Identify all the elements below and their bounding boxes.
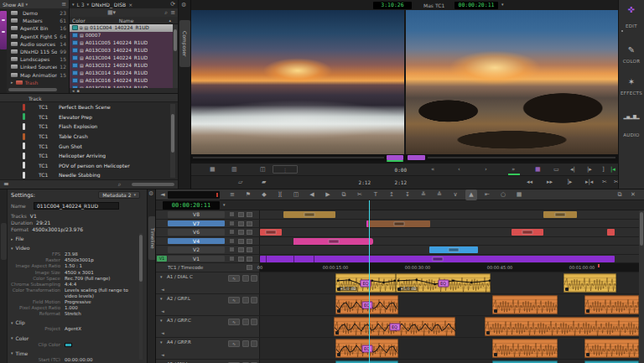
track-name[interactable]: A1 / DIAL C (167, 274, 193, 279)
roller-left-icon[interactable]: ◀ (306, 189, 318, 200)
track-lane[interactable]: EQ (260, 316, 639, 337)
close-icon[interactable]: × (128, 2, 132, 8)
waveform-button[interactable]: ∿ (228, 297, 240, 303)
sort-icon[interactable]: ▴ (169, 18, 171, 23)
audio-clip[interactable]: EQ (335, 339, 398, 358)
bin-item[interactable]: AgentX Fight Scene64 (8, 33, 69, 40)
audio-clip[interactable] (485, 317, 639, 336)
back-icon[interactable]: ‹ (458, 163, 460, 176)
track-name[interactable]: V4 (168, 238, 225, 245)
bin-item[interactable]: Map Animations15 (8, 71, 69, 79)
markers-hscrollbar[interactable] (132, 183, 174, 186)
track-name[interactable]: A2 / GRP.L (167, 296, 190, 301)
eq-effect-badge[interactable]: EQ (438, 279, 449, 287)
clip-color-swatch[interactable] (72, 70, 78, 75)
metadata-preset-dropdown[interactable]: Metadata 2 ▾ (98, 191, 140, 199)
record-monitor-image[interactable] (406, 10, 618, 154)
track-lane[interactable] (260, 210, 639, 219)
audio-track-button[interactable] (242, 319, 249, 325)
audio-track-button[interactable] (242, 297, 249, 303)
pen-icon[interactable]: ✎ (619, 45, 644, 54)
settings-vscrollbar[interactable] (139, 233, 143, 360)
expander-icon[interactable]: ▾ (11, 246, 13, 251)
record-icon[interactable]: ○ (497, 189, 509, 200)
bin-item-trash[interactable]: ▸Trash (8, 79, 69, 86)
rew-icon[interactable]: « (431, 163, 434, 176)
track-header-v6[interactable]: V6 (156, 228, 260, 236)
stepin-icon[interactable]: ⇤ (481, 189, 493, 200)
track-header-a3[interactable]: ▾A3 / GRP.C◄∿ (156, 316, 260, 337)
patch-button[interactable] (230, 257, 234, 261)
monitor-button[interactable] (247, 230, 252, 235)
track-name[interactable]: A4 / GRP.R (167, 340, 191, 345)
outplus-icon[interactable]: ]▸ (567, 176, 572, 189)
quad-icon[interactable]: ▦ (535, 163, 541, 176)
dual-icon[interactable]: ◫ (290, 189, 302, 200)
clip-color-swatch[interactable] (72, 33, 78, 38)
link-icon[interactable]: ⧉ (338, 189, 350, 200)
marker-row[interactable]: TC1Perfect Beach Scene (0, 102, 169, 112)
bin-vscrollbar[interactable] (173, 24, 178, 88)
wand-icon[interactable]: ✶ (619, 77, 644, 86)
marker-row[interactable]: TC1Helicopter Arriving (0, 151, 169, 161)
trim-icon[interactable]: ][ (274, 189, 286, 200)
clip-row[interactable]: ▤A013C003_140224_R1UD (70, 47, 174, 54)
track-name[interactable]: V8 (168, 211, 225, 218)
settings-side-tab[interactable] (1, 223, 7, 260)
chevron-down-icon[interactable]: ▾ (223, 203, 226, 207)
patch-button[interactable] (230, 230, 234, 234)
track-header-tc1[interactable]: TC1 / Timecode (156, 263, 260, 272)
mode-label-edit[interactable]: EDIT (619, 23, 644, 29)
clip-color-swatch[interactable] (72, 48, 78, 53)
eq-effect-badge[interactable]: EQ (361, 345, 372, 352)
monitor-button[interactable] (247, 239, 252, 244)
audio-track-button[interactable] (242, 275, 249, 282)
record-deck-label[interactable]: Mas TC1 (423, 3, 444, 8)
clip-color-swatch[interactable] (72, 78, 78, 83)
splice-icon[interactable]: ≚ (418, 189, 429, 200)
waveform-icon[interactable]: ▂▅▂▇▂ (619, 114, 644, 119)
monitor-button[interactable] (238, 212, 244, 217)
audio-track-button[interactable] (251, 275, 257, 282)
audio-clip[interactable]: EQ+5.0 dB (396, 273, 491, 293)
playcut-icon[interactable]: ▸|◂ (585, 176, 593, 189)
mode-label-audio[interactable]: AUDIO (619, 132, 644, 137)
clip-row[interactable]: ▤A013C004_140224_R1UD (70, 54, 174, 62)
gear-icon[interactable]: ⚙ (148, 190, 153, 197)
patch-button[interactable] (230, 221, 234, 226)
speaker-icon[interactable]: ◄ (161, 287, 164, 292)
track-lane[interactable] (260, 237, 639, 246)
extract-icon[interactable]: ↧ (402, 189, 413, 200)
section-header-clip[interactable]: ▾Clip (11, 319, 137, 326)
patch-button[interactable] (230, 239, 234, 243)
video-clip[interactable] (512, 229, 543, 236)
track-lane[interactable]: EQ+5.0 dBEQ+5.0 dB (260, 272, 639, 293)
goin-icon[interactable]: |◂ (610, 163, 615, 176)
speaker-icon[interactable]: ◄ (161, 330, 164, 335)
clip-row[interactable]: ▤A013C012_140224_R1UD (70, 61, 174, 69)
track-header-v7[interactable]: V7 (156, 220, 260, 228)
search-icon[interactable]: ⌕ (118, 182, 122, 188)
column-color[interactable]: Color (72, 18, 86, 23)
hand-icon[interactable]: ▰ (262, 176, 266, 189)
source-track-button[interactable]: V1 (157, 256, 167, 262)
record-track-bar[interactable] (428, 157, 615, 158)
track-header-v8[interactable]: V8 (156, 210, 260, 219)
grid2-icon[interactable]: ▥ (231, 163, 237, 176)
track-header-v4[interactable]: V4 (156, 237, 260, 246)
timeline-timecode-box[interactable]: 00:00:20:11 (163, 201, 220, 210)
marker-row[interactable]: TC1Needle Stabbing (0, 170, 169, 180)
monitor-button[interactable] (238, 247, 244, 252)
patch-button[interactable] (230, 247, 234, 252)
bins-filter-label[interactable]: Show All (3, 2, 24, 8)
monitor-button[interactable] (247, 212, 252, 217)
camera-icon[interactable]: ▦ (513, 189, 525, 200)
jumpfwd-icon[interactable]: ▸▸ (547, 176, 553, 189)
chevron-down-icon[interactable]: ▾ (87, 3, 90, 7)
scissors-icon[interactable]: ✂ (602, 176, 607, 189)
monitor-button[interactable] (247, 265, 252, 270)
hamburger-icon[interactable]: ≡ (170, 10, 175, 16)
mode-label-color[interactable]: COLOR (619, 59, 644, 64)
waveform-button[interactable]: ∿ (228, 319, 240, 325)
track-lane[interactable]: EQ (260, 338, 639, 359)
